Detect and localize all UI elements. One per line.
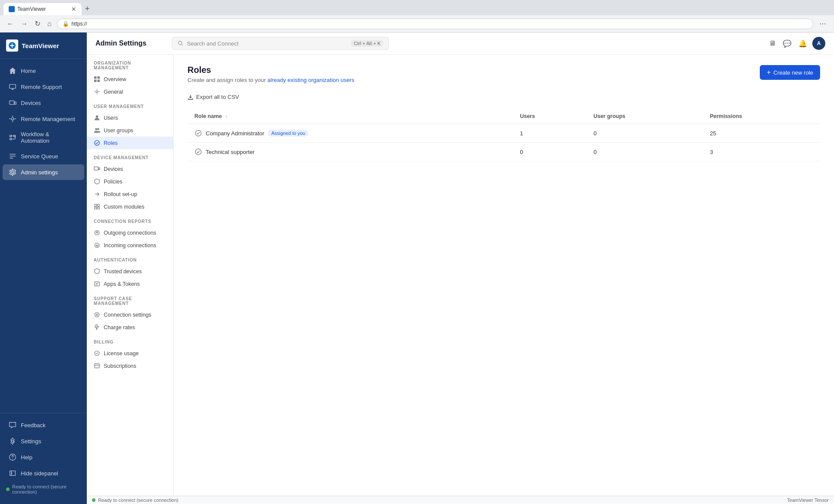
side-item-rollout[interactable]: Rollout set-up xyxy=(87,188,173,200)
side-item-overview[interactable]: Overview xyxy=(87,73,173,85)
hide-sidepanel-icon xyxy=(9,469,16,477)
sidebar-item-hide-label: Hide sidepanel xyxy=(21,470,58,477)
sidebar-item-feedback[interactable]: Feedback xyxy=(3,417,84,433)
side-item-user-groups[interactable]: User groups xyxy=(87,124,173,137)
browser-tab-active[interactable]: TeamViewer ✕ xyxy=(3,3,82,15)
side-item-policies-label: Policies xyxy=(104,179,122,185)
address-bar[interactable]: 🔒 https:// xyxy=(57,19,813,29)
svg-point-5 xyxy=(11,171,13,173)
side-item-devices[interactable]: Devices xyxy=(87,163,173,175)
side-item-custom-modules[interactable]: Custom modules xyxy=(87,200,173,213)
side-item-rollout-label: Rollout set-up xyxy=(104,191,137,197)
section-org-mgmt-label: ORGANIZATION MANAGEMENT xyxy=(87,55,173,73)
svg-rect-10 xyxy=(94,76,97,79)
browser-settings-icon[interactable]: ⋯ xyxy=(817,18,829,29)
sidebar-item-feedback-label: Feedback xyxy=(21,422,46,429)
nav-refresh-button[interactable]: ↻ xyxy=(33,18,42,29)
role-user-groups-cell: 0 xyxy=(587,124,703,143)
sidebar-item-remote-management[interactable]: Remote Management xyxy=(3,111,84,127)
create-role-button[interactable]: + Create new role xyxy=(760,65,820,80)
search-bar[interactable]: Search and Connect Ctrl + Alt + K xyxy=(172,37,389,50)
sidebar-item-admin-settings[interactable]: Admin settings xyxy=(3,164,84,180)
monitor-icon[interactable]: 🖥 xyxy=(767,37,778,50)
feedback-icon xyxy=(9,421,16,429)
page-title: Admin Settings xyxy=(95,39,165,47)
top-header: Admin Settings Search and Connect Ctrl +… xyxy=(87,33,834,55)
sidebar-item-hide-sidepanel[interactable]: Hide sidepanel xyxy=(3,465,84,481)
side-item-charge-rates[interactable]: Charge rates xyxy=(87,321,173,334)
search-icon xyxy=(177,40,184,46)
table-row[interactable]: Company Administrator Assigned to you 1 … xyxy=(187,124,820,143)
side-item-general[interactable]: General xyxy=(87,85,173,98)
search-shortcut: Ctrl + Alt + K xyxy=(351,40,383,47)
side-item-license[interactable]: License usage xyxy=(87,347,173,360)
sidebar-item-workflow[interactable]: Workflow & Automation xyxy=(3,127,84,148)
header-actions: 🖥 💬 🔔 A xyxy=(767,37,825,50)
side-item-connection-settings[interactable]: Connection settings xyxy=(87,308,173,321)
svg-point-14 xyxy=(96,91,98,93)
sidebar-item-help[interactable]: Help xyxy=(3,449,84,465)
side-item-subscriptions-label: Subscriptions xyxy=(104,363,136,369)
avatar[interactable]: A xyxy=(812,37,825,50)
device-icon xyxy=(94,166,100,172)
new-tab-button[interactable]: + xyxy=(82,3,93,15)
roles-title: Roles xyxy=(187,65,354,75)
nav-back-button[interactable]: ← xyxy=(5,18,16,29)
side-item-license-label: License usage xyxy=(104,350,139,357)
charge-rates-icon xyxy=(94,324,100,331)
section-authentication: AUTHENTICATION Trusted devices Apps & To… xyxy=(87,252,173,290)
col-role-name[interactable]: Role name ↑ xyxy=(187,109,513,124)
help-icon xyxy=(9,453,16,461)
subtitle-link[interactable]: already existing organization users xyxy=(267,77,354,83)
side-item-user-groups-label: User groups xyxy=(104,128,133,134)
roles-subtitle: Create and assign roles to your already … xyxy=(187,77,354,83)
sidebar-item-home-label: Home xyxy=(21,68,36,74)
sidebar-item-devices-label: Devices xyxy=(21,100,41,106)
side-item-outgoing[interactable]: Outgoing connections xyxy=(87,226,173,239)
nav-forward-button[interactable]: → xyxy=(19,18,30,29)
service-queue-icon xyxy=(9,152,16,160)
user-groups-icon xyxy=(94,127,100,134)
status-dot xyxy=(92,498,95,502)
table-row[interactable]: Technical supporter 0 0 3 xyxy=(187,143,820,161)
sidebar-item-service-queue[interactable]: Service Queue xyxy=(3,148,84,164)
side-item-users[interactable]: Users xyxy=(87,111,173,124)
sidebar-item-devices[interactable]: Devices xyxy=(3,95,84,111)
home-icon xyxy=(9,67,16,75)
plus-icon: + xyxy=(767,69,771,76)
sidebar-item-home[interactable]: Home xyxy=(3,63,84,79)
side-item-policies[interactable]: Policies xyxy=(87,175,173,188)
sidebar-item-settings[interactable]: Settings xyxy=(3,433,84,449)
section-authentication-label: AUTHENTICATION xyxy=(87,252,173,265)
main-content: Roles Create and assign roles to your al… xyxy=(174,55,834,496)
address-text: https:// xyxy=(72,21,87,27)
side-item-subscriptions[interactable]: Subscriptions xyxy=(87,360,173,372)
side-item-incoming-label: Incoming connections xyxy=(104,242,156,249)
secondary-sidebar: ORGANIZATION MANAGEMENT Overview General xyxy=(87,55,174,496)
role-name-text: Company Administrator xyxy=(206,130,264,137)
role-permissions-cell: 3 xyxy=(703,143,820,161)
svg-point-33 xyxy=(195,149,201,155)
nav-home-button[interactable]: ⌂ xyxy=(46,18,53,29)
bell-icon[interactable]: 🔔 xyxy=(797,37,809,50)
side-item-trusted-devices[interactable]: Trusted devices xyxy=(87,265,173,278)
export-csv-button[interactable]: Export all to CSV xyxy=(187,92,820,102)
license-icon xyxy=(94,350,100,357)
sidebar-item-remote-management-label: Remote Management xyxy=(21,116,75,122)
sort-icon: ↑ xyxy=(225,114,227,119)
sidebar-item-remote-support[interactable]: Remote Support xyxy=(3,79,84,95)
svg-rect-1 xyxy=(10,85,16,88)
sidebar-status: Ready to connect (secure connection) xyxy=(0,481,87,497)
logo-icon xyxy=(6,39,18,52)
chat-icon[interactable]: 💬 xyxy=(781,37,793,50)
apps-tokens-icon xyxy=(94,281,100,287)
export-icon xyxy=(187,94,194,100)
col-permissions: Permissions xyxy=(703,109,820,124)
side-item-roles[interactable]: Roles xyxy=(87,137,173,149)
side-item-incoming[interactable]: Incoming connections xyxy=(87,239,173,252)
svg-rect-12 xyxy=(94,79,97,82)
side-item-apps-tokens[interactable]: Apps & Tokens xyxy=(87,278,173,290)
tab-close-icon[interactable]: ✕ xyxy=(71,6,76,13)
svg-point-17 xyxy=(97,128,99,130)
outgoing-icon xyxy=(94,229,100,236)
